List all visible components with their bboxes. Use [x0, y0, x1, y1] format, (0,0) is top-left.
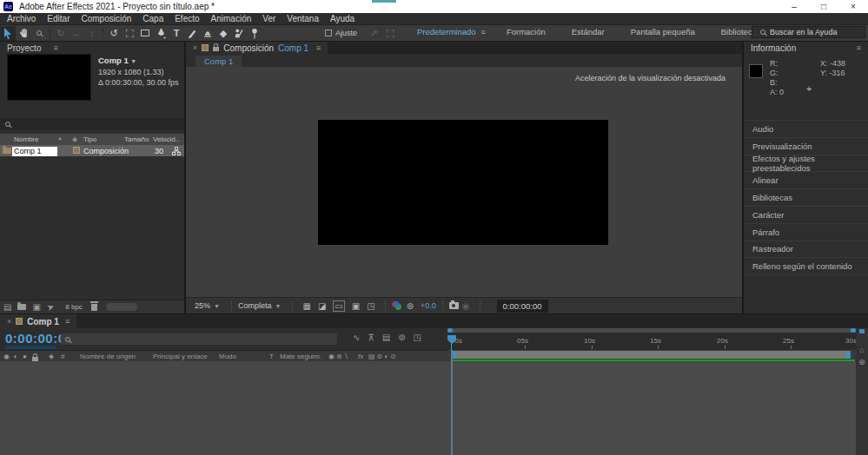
menu-efecto[interactable]: Efecto [175, 14, 199, 23]
menu-capa[interactable]: Capa [142, 14, 163, 23]
panel-tab-relleno[interactable]: Relleno según el contenido [744, 258, 868, 275]
timeline-divider[interactable] [451, 350, 453, 455]
maximize-button[interactable]: □ [809, 0, 838, 13]
panel-tab-previsualizacion[interactable]: Previsualización [744, 138, 868, 155]
draft-3d-button[interactable]: ⊼ [368, 333, 374, 342]
workspace-formacion[interactable]: Formación [507, 27, 546, 36]
panel-tab-caracter[interactable]: Carácter [744, 207, 868, 224]
panel-tab-audio[interactable]: Audio [744, 121, 868, 138]
grid-guides-button[interactable]: ▦ [302, 301, 310, 311]
layer-number-icon[interactable]: # [61, 353, 64, 360]
bit-depth-label[interactable]: 8 bpc [65, 303, 83, 311]
pixel-aspect-button[interactable]: ◳ [367, 301, 374, 311]
column-parent-link[interactable]: Principal y enlace [153, 353, 208, 360]
workspace-menu-icon[interactable]: ≡ [481, 28, 486, 36]
selection-tool-button[interactable] [0, 26, 16, 41]
panel-menu-icon[interactable]: ≡ [316, 43, 321, 52]
column-mode[interactable]: Modo [219, 353, 236, 360]
puppet-pin-tool-button[interactable] [247, 26, 262, 41]
magnification-dropdown[interactable]: 25% [195, 301, 210, 310]
menu-animacion[interactable]: Animación [211, 14, 252, 23]
brush-tool-button[interactable] [184, 26, 200, 41]
project-panel-header[interactable]: Proyecto ≡ [0, 42, 184, 54]
region-of-interest-button[interactable]: ▭ [333, 300, 344, 312]
snap-control[interactable]: Ajuste ↗ [325, 26, 394, 41]
viewer-tab-comp1[interactable]: Comp 1 [195, 56, 242, 67]
solo-icon[interactable]: ● [23, 353, 27, 360]
info-panel-header[interactable]: Información ≡ [744, 42, 868, 54]
roto-brush-tool-button[interactable] [231, 26, 247, 41]
close-tab-icon[interactable]: × [7, 317, 11, 326]
panel-menu-icon[interactable]: ≡ [53, 43, 57, 52]
rotation-tool-button[interactable]: ↺ [106, 26, 122, 41]
track-area[interactable] [453, 361, 856, 455]
take-snapshot-button[interactable] [449, 302, 459, 309]
timeline-navigator-bar[interactable] [447, 328, 856, 333]
close-button[interactable]: × [838, 0, 868, 13]
comp-name-label[interactable]: Comp 1 [98, 56, 129, 65]
column-nombre[interactable]: Nombre [14, 135, 38, 143]
frame-blending-button[interactable]: ⊜ [398, 333, 405, 342]
new-folder-button[interactable] [17, 304, 26, 310]
panel-tab-rastreador[interactable]: Rastreador [744, 241, 868, 259]
new-composition-button[interactable]: ▣ [32, 302, 40, 312]
transparency-grid-button[interactable]: ▣ [352, 301, 360, 311]
video-eye-icon[interactable]: ◉ [3, 353, 10, 360]
switch-icons-cluster[interactable]: ◉⊛∖ [328, 353, 350, 360]
show-channels-button[interactable] [392, 301, 403, 311]
navigator-cap[interactable] [859, 329, 865, 333]
project-table-header[interactable]: Nombre ▲ ◈ Tipo Tamaño Velocid.. [0, 134, 184, 145]
timeline-tab[interactable]: × Comp 1 ≡ [0, 314, 76, 328]
menu-archivo[interactable]: Archivo [7, 14, 36, 23]
fx-icon[interactable]: fx [358, 353, 363, 360]
eraser-tool-button[interactable]: ◆ [215, 26, 231, 41]
thumbnail-size-slider[interactable] [106, 303, 137, 311]
project-search-field[interactable] [0, 118, 184, 129]
hide-shy-layers-button[interactable]: ▤ [382, 333, 390, 342]
column-source-name[interactable]: Nombre de origen [80, 353, 136, 360]
composition-mini-flowchart-button[interactable]: ∿ [353, 333, 360, 342]
timeline-search-field[interactable] [61, 333, 337, 345]
close-tab-icon[interactable]: × [193, 43, 197, 52]
column-tipo[interactable]: Tipo [83, 135, 96, 143]
menu-ventana[interactable]: Ventana [287, 14, 319, 23]
column-track-matte[interactable]: Mate seguim. [280, 353, 321, 360]
workspace-estandar[interactable]: Estándar [572, 27, 605, 36]
interpret-footage-button[interactable]: ▤ [3, 302, 11, 312]
resolution-dropdown[interactable]: Completa [238, 301, 272, 310]
preview-timecode[interactable]: 0:00:00:00 [497, 300, 548, 313]
composition-tab[interactable]: × Composición Comp 1 ≡ [186, 42, 328, 54]
chevron-down-icon[interactable]: ▼ [130, 58, 136, 64]
project-item-name-input[interactable]: Comp 1 [12, 147, 57, 156]
panel-tab-bibliotecas[interactable]: Bibliotecas [744, 189, 868, 207]
zoom-tool-button[interactable] [31, 26, 47, 41]
composition-viewer[interactable]: Aceleración de la visualización desactiv… [186, 67, 742, 297]
panel-menu-icon[interactable]: ≡ [65, 317, 70, 326]
workspace-pantalla-pequena[interactable]: Pantalla pequeña [631, 27, 695, 36]
column-velocidad[interactable]: Velocid.. [153, 135, 179, 143]
help-search-field[interactable]: Buscar en la Ayuda [752, 26, 865, 38]
panel-tab-alinear[interactable]: Alinear [744, 172, 868, 189]
clone-stamp-tool-button[interactable] [200, 26, 215, 41]
time-ruler[interactable]: 00s 05s 10s 15s 20s 25s 30s [447, 334, 856, 350]
panel-tab-parrafo[interactable]: Párrafo [744, 224, 868, 241]
hand-tool-button[interactable] [16, 26, 31, 41]
graph-editor-button[interactable]: ◳ [414, 333, 421, 342]
audio-icon[interactable]: ◖ [13, 353, 17, 360]
rectangle-tool-button[interactable] [137, 26, 153, 41]
menu-ver[interactable]: Ver [262, 14, 275, 23]
work-area-bar[interactable] [452, 351, 851, 359]
project-item-row[interactable]: Comp 1 Composición 30 [0, 145, 184, 156]
navigator-start-handle[interactable] [447, 328, 453, 333]
type-tool-button[interactable]: T [169, 26, 184, 41]
workspace-predeterminado[interactable]: Predeterminado [417, 27, 476, 36]
menu-ayuda[interactable]: Ayuda [330, 14, 354, 23]
label-color-icon[interactable]: ◈ [72, 135, 77, 143]
pen-tool-button[interactable] [153, 26, 169, 41]
minimize-button[interactable]: – [779, 0, 809, 13]
panel-menu-icon[interactable]: ≡ [857, 43, 861, 52]
lock-icon[interactable] [213, 47, 219, 51]
work-area-end-handle[interactable] [846, 351, 851, 359]
comp-marker-bin-icon[interactable]: ⌂ [856, 346, 868, 354]
pan-behind-tool-button[interactable] [122, 26, 137, 41]
